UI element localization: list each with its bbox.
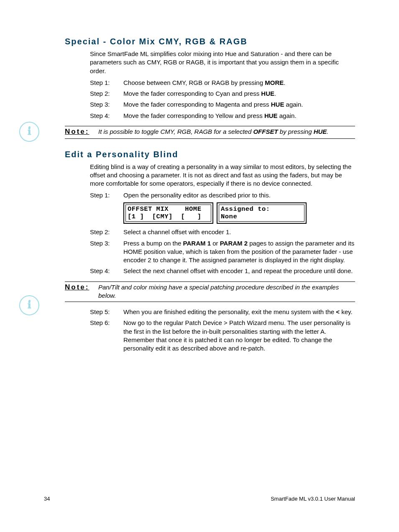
step-text: Press a bump on the PARAM 1 or PARAM 2 p… (123, 239, 355, 265)
step-row: Step 1: Choose between CMY, RGB or RAGB … (90, 79, 355, 87)
text: key. (340, 308, 353, 315)
text: . (284, 79, 285, 86)
lcd-line: None (221, 213, 237, 220)
page-number: 34 (44, 496, 50, 502)
bold: OFFSET (253, 128, 278, 135)
bold: MORE (265, 79, 284, 86)
step-row: Step 3: Press a bump on the PARAM 1 or P… (90, 239, 355, 265)
dot (28, 126, 31, 128)
step-label: Step 3: (90, 239, 123, 265)
note-block: Note: Pan/Tilt and color mixing have a s… (65, 281, 355, 302)
lcd-left: OFFSET MIX HOME [1 ] [CMY] [ ] (123, 202, 213, 224)
step-label: Step 4: (90, 267, 123, 275)
step-label: Step 3: (90, 100, 123, 109)
text: Move the fader corresponding to Magenta … (123, 101, 271, 108)
text: or (211, 240, 220, 247)
bold: HUE (271, 101, 284, 108)
note-text: Pan/Tilt and color mixing have a special… (98, 283, 355, 300)
text: . (274, 90, 276, 97)
text: by pressing (278, 128, 314, 135)
step-text: Choose between CMY, RGB or RAGB by press… (123, 79, 355, 87)
step-row: Step 4: Select the next channel offset w… (90, 267, 355, 275)
step-row: Step 2: Move the fader corresponding to … (90, 90, 355, 98)
lcd-inner: OFFSET MIX HOME [1 ] [CMY] [ ] (125, 205, 211, 222)
doc-title: SmartFade ML v3.0.1 User Manual (271, 496, 355, 502)
text: Move the fader corresponding to Yellow a… (123, 112, 264, 119)
text: Move the fader corresponding to Cyan and… (123, 90, 261, 97)
step-label: Step 6: (90, 319, 123, 353)
step-row: Step 4: Move the fader corresponding to … (90, 112, 355, 120)
step-label: Step 5: (90, 308, 123, 316)
step-text: Move the fader corresponding to Magenta … (123, 100, 355, 109)
step-text: Move the fader corresponding to Yellow a… (123, 112, 355, 120)
step-row: Step 5: When you are finished editing th… (90, 308, 355, 316)
text: Choose between CMY, RGB or RAGB by press… (123, 79, 265, 86)
page-footer: 34 SmartFade ML v3.0.1 User Manual (44, 496, 355, 502)
step-row: Step 3: Move the fader corresponding to … (90, 100, 355, 109)
intro-edit-personality: Editing blind is a way of creating a per… (90, 163, 355, 188)
bold: PARAM 1 (183, 240, 211, 247)
step-row: Step 6: Now go to the regular Patch Devi… (90, 319, 355, 353)
intro-color-mix: Since SmartFade ML simplifies color mixi… (90, 50, 355, 75)
lcd-right: Assigned to: None (217, 202, 307, 224)
lcd-container: OFFSET MIX HOME [1 ] [CMY] [ ] Assigned … (123, 202, 355, 224)
step-label: Step 4: (90, 112, 123, 120)
info-icon: ℹ (19, 295, 39, 315)
heading-edit-personality: Edit a Personality Blind (65, 150, 355, 159)
note-label: Note: (65, 127, 98, 137)
step-label: Step 2: (90, 90, 123, 98)
text: again. (278, 112, 297, 119)
info-icon: ℹ (19, 122, 39, 142)
step-label: Step 1: (90, 191, 123, 200)
lcd-line: OFFSET MIX HOME (128, 205, 201, 213)
text: It is possible to toggle CMY, RGB, RAGB … (98, 128, 253, 135)
note-label: Note: (65, 283, 98, 300)
step-text: Open the personality editor as described… (123, 191, 355, 200)
text: . (327, 128, 328, 135)
lcd-line: Assigned to: (221, 205, 270, 213)
note-text: It is possible to toggle CMY, RGB, RAGB … (98, 128, 355, 137)
step-text: Select a channel offset with encoder 1. (123, 228, 355, 236)
dot (28, 300, 31, 302)
bold: HUE (314, 128, 327, 135)
text: Press a bump on the (123, 240, 183, 247)
step-text: Move the fader corresponding to Cyan and… (123, 90, 355, 98)
heading-color-mix: Special - Color Mix CMY, RGB & RAGB (65, 37, 355, 46)
bold: PARAM 2 (220, 240, 248, 247)
lcd-line: [1 ] [CMY] [ ] (128, 213, 201, 220)
lcd-inner: Assigned to: None (219, 205, 304, 222)
step-label: Step 1: (90, 79, 123, 87)
text: again. (284, 101, 303, 108)
step-label: Step 2: (90, 228, 123, 236)
bold: HUE (264, 112, 278, 119)
note-block: Note: It is possible to toggle CMY, RGB,… (65, 126, 355, 139)
bold: HUE (261, 90, 274, 97)
bold: < (336, 308, 340, 315)
text: When you are finished editing the person… (123, 308, 336, 315)
step-row: Step 1: Open the personality editor as d… (90, 191, 355, 200)
step-text: Now go to the regular Patch Device > Pat… (123, 319, 355, 353)
page-content: Special - Color Mix CMY, RGB & RAGB Sinc… (0, 0, 399, 353)
step-row: Step 2: Select a channel offset with enc… (90, 228, 355, 236)
step-text: When you are finished editing the person… (123, 308, 355, 316)
step-text: Select the next channel offset with enco… (123, 267, 355, 275)
